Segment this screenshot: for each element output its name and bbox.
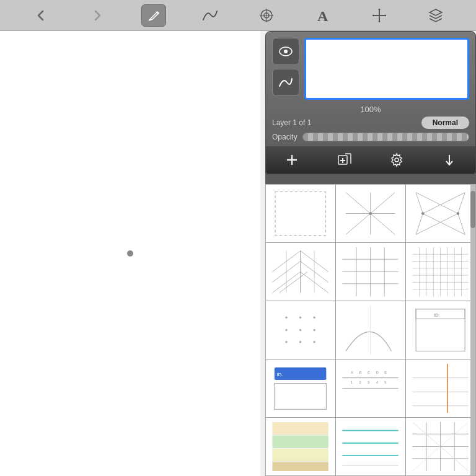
layer-info-label: Layer 1 of 1 <box>272 118 311 127</box>
svg-point-38 <box>422 212 425 215</box>
template-perspective-one[interactable] <box>336 185 405 242</box>
layer-panel: 100% Layer 1 of 1 Normal Opacity <box>265 31 476 174</box>
svg-point-73 <box>299 329 301 331</box>
scroll-track[interactable] <box>470 185 475 475</box>
back-button[interactable] <box>29 4 53 27</box>
template-perspective-two[interactable] <box>406 185 475 242</box>
svg-text:A: A <box>317 8 328 24</box>
svg-point-77 <box>314 341 315 343</box>
template-orange-line[interactable] <box>406 359 475 417</box>
svg-point-75 <box>286 341 288 343</box>
svg-rect-80 <box>416 309 465 319</box>
canvas-area <box>0 31 260 476</box>
svg-rect-20 <box>275 192 325 235</box>
svg-point-29 <box>369 212 372 215</box>
svg-point-71 <box>314 316 315 318</box>
canvas-dot <box>127 250 133 257</box>
svg-line-43 <box>280 271 307 293</box>
svg-rect-79 <box>416 309 465 351</box>
svg-rect-103 <box>273 449 328 461</box>
template-abc-table[interactable]: A B C D E 1 2 3 4 5 <box>336 359 405 417</box>
toolbar: A <box>0 0 476 31</box>
svg-line-24 <box>371 213 395 234</box>
svg-point-76 <box>299 341 301 343</box>
svg-text:ID:: ID: <box>277 372 283 377</box>
template-color-bars[interactable] <box>266 418 335 475</box>
template-isometric[interactable] <box>266 243 335 301</box>
template-label-box[interactable]: ID: <box>406 301 475 359</box>
svg-point-69 <box>286 316 288 318</box>
right-panel: 100% Layer 1 of 1 Normal Opacity <box>265 31 476 476</box>
svg-text:E: E <box>385 371 387 374</box>
curve-button[interactable] <box>198 4 223 27</box>
svg-text:B: B <box>359 371 362 374</box>
svg-line-22 <box>371 193 395 214</box>
template-grid-large[interactable] <box>336 243 405 301</box>
templates-grid: ID: ID: A B C D E <box>266 185 475 475</box>
layers-button[interactable] <box>423 4 448 27</box>
add-layer-button[interactable] <box>278 150 306 170</box>
template-cross-grid[interactable] <box>406 418 475 475</box>
svg-point-72 <box>286 329 288 331</box>
visibility-button[interactable] <box>272 38 299 65</box>
svg-text:A: A <box>351 371 353 374</box>
template-grid-small[interactable] <box>406 243 475 301</box>
svg-line-36 <box>416 213 458 234</box>
move-layer-down-button[interactable] <box>436 150 463 170</box>
svg-point-39 <box>457 212 460 215</box>
layer-mode-button[interactable]: Normal <box>421 117 469 129</box>
svg-rect-83 <box>275 384 327 410</box>
forward-button[interactable] <box>85 4 110 27</box>
svg-text:ID:: ID: <box>434 312 440 318</box>
svg-text:D: D <box>376 371 379 374</box>
svg-rect-104 <box>273 462 328 471</box>
svg-text:3: 3 <box>368 381 369 384</box>
svg-rect-102 <box>273 435 328 447</box>
svg-text:2: 2 <box>359 381 361 384</box>
svg-line-21 <box>346 193 371 214</box>
layer-side-buttons <box>272 38 299 96</box>
template-cyan-lines[interactable] <box>336 418 405 475</box>
svg-point-74 <box>314 329 315 331</box>
svg-point-18 <box>395 158 399 162</box>
layer-settings-button[interactable] <box>383 150 410 170</box>
opacity-label: Opacity <box>272 133 298 141</box>
templates-panel: ID: ID: A B C D E <box>265 184 476 476</box>
pen-button[interactable] <box>141 4 166 27</box>
svg-text:C: C <box>368 371 370 374</box>
symmetry-button[interactable] <box>254 4 279 27</box>
opacity-slider[interactable] <box>302 133 469 141</box>
layer-percent-label: 100% <box>272 105 469 114</box>
scroll-thumb[interactable] <box>470 191 475 228</box>
svg-line-33 <box>423 213 465 234</box>
svg-text:5: 5 <box>385 381 387 384</box>
template-panel-header[interactable]: ID: <box>266 359 335 417</box>
template-dot-grid[interactable] <box>266 301 335 359</box>
svg-text:1: 1 <box>351 381 353 384</box>
text-button[interactable]: A <box>311 4 335 27</box>
svg-point-10 <box>284 50 288 53</box>
svg-text:4: 4 <box>376 381 378 384</box>
template-blank-border[interactable] <box>266 185 335 242</box>
layer-preview <box>304 38 469 100</box>
layer-actions <box>266 146 475 174</box>
svg-marker-8 <box>430 9 442 15</box>
svg-line-23 <box>346 213 371 234</box>
svg-rect-101 <box>273 422 328 434</box>
svg-line-34 <box>416 193 458 214</box>
svg-point-70 <box>299 316 301 318</box>
svg-line-31 <box>423 193 465 214</box>
move-button[interactable] <box>367 4 392 27</box>
duplicate-layer-button[interactable] <box>331 150 358 170</box>
template-arc-guide[interactable] <box>336 301 405 359</box>
curve-mode-button[interactable] <box>272 69 299 96</box>
panel-arrow <box>363 175 378 184</box>
